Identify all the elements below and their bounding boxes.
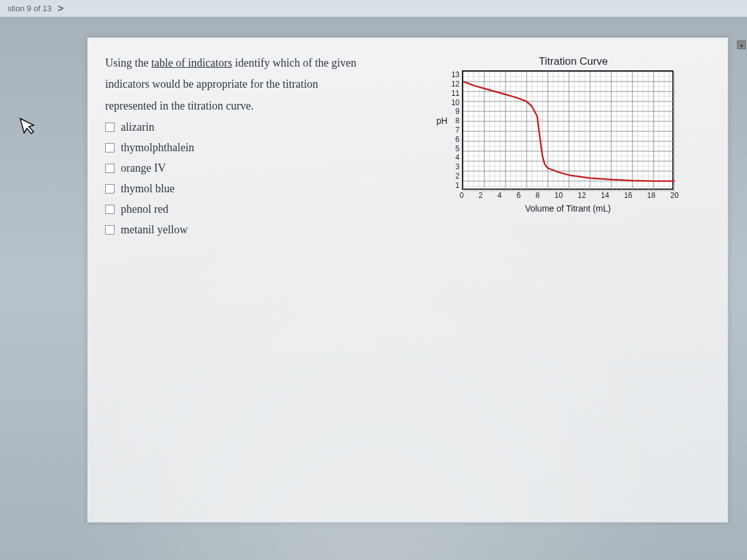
option-checkbox[interactable] bbox=[105, 225, 115, 235]
indicator-table-link[interactable]: table of indicators bbox=[151, 57, 232, 69]
titration-plot bbox=[463, 72, 675, 191]
option-checkbox[interactable] bbox=[105, 143, 115, 152]
y-axis-ticks: 13121110987654321 bbox=[451, 70, 459, 190]
y-tick: 12 bbox=[451, 80, 459, 89]
y-tick: 13 bbox=[451, 70, 459, 80]
answer-options: alizarin thymolphthalein orange IV thymo… bbox=[105, 117, 421, 240]
option-row[interactable]: thymol blue bbox=[105, 179, 421, 199]
option-label: alizarin bbox=[121, 121, 154, 134]
x-tick: 12 bbox=[578, 191, 586, 200]
option-checkbox[interactable] bbox=[105, 184, 115, 194]
y-tick: 3 bbox=[451, 162, 459, 172]
option-row[interactable]: alizarin bbox=[105, 117, 421, 138]
option-row[interactable]: metanil yellow bbox=[105, 220, 421, 240]
option-checkbox[interactable] bbox=[105, 164, 115, 173]
chart-title: Titration Curve bbox=[436, 55, 710, 68]
plot-box: 02468101214161820 Volume of Titrant (mL) bbox=[462, 70, 674, 190]
question-content: Using the table of indicators identify w… bbox=[105, 53, 436, 507]
option-label: orange IV bbox=[121, 162, 166, 175]
next-question-chevron[interactable]: > bbox=[58, 3, 63, 14]
y-tick: 6 bbox=[451, 134, 459, 144]
x-tick: 20 bbox=[670, 191, 679, 200]
option-checkbox[interactable] bbox=[105, 205, 115, 214]
x-axis-label: Volume of Titrant (mL) bbox=[463, 203, 672, 213]
question-panel: Using the table of indicators identify w… bbox=[87, 37, 728, 523]
y-tick: 7 bbox=[451, 126, 459, 135]
x-tick: 10 bbox=[555, 191, 563, 200]
option-label: metanil yellow bbox=[121, 223, 187, 236]
x-tick: 14 bbox=[601, 191, 609, 200]
x-tick: 8 bbox=[535, 191, 540, 200]
x-tick: 6 bbox=[517, 191, 521, 200]
chart-column: Titration Curve pH 13121110987654321 024… bbox=[436, 53, 710, 507]
x-tick: 16 bbox=[624, 191, 632, 200]
prompt-text: identify which of the given bbox=[232, 57, 356, 69]
top-bar: stion 9 of 13 > bbox=[0, 0, 747, 17]
x-tick: 4 bbox=[497, 191, 502, 200]
option-checkbox[interactable] bbox=[105, 123, 115, 132]
y-tick: 2 bbox=[451, 171, 459, 180]
cursor-icon bbox=[19, 113, 41, 142]
prompt-line-1: Using the table of indicators identify w… bbox=[105, 53, 421, 73]
x-tick: 18 bbox=[647, 191, 655, 200]
y-tick: 5 bbox=[451, 144, 459, 153]
y-tick: 10 bbox=[451, 98, 459, 107]
question-counter: stion 9 of 13 bbox=[7, 4, 52, 13]
option-row[interactable]: thymolphthalein bbox=[105, 138, 421, 158]
chart-area: pH 13121110987654321 02468101214161820 V… bbox=[436, 70, 710, 190]
prompt-text: Using the bbox=[105, 57, 151, 69]
y-axis-label: pH bbox=[436, 116, 448, 144]
y-tick: 4 bbox=[451, 153, 459, 162]
x-tick: 2 bbox=[479, 191, 483, 200]
x-tick: 0 bbox=[459, 191, 464, 200]
option-label: thymolphthalein bbox=[121, 141, 194, 154]
option-row[interactable]: orange IV bbox=[105, 158, 421, 179]
x-axis-ticks: 02468101214161820 bbox=[459, 191, 679, 200]
y-tick: 1 bbox=[451, 180, 459, 190]
scroll-up-icon[interactable]: ▴ bbox=[737, 40, 746, 49]
prompt-line-2: indicators would be appropriate for the … bbox=[105, 74, 421, 94]
option-row[interactable]: phenol red bbox=[105, 199, 421, 220]
option-label: thymol blue bbox=[121, 182, 175, 195]
y-tick: 11 bbox=[451, 89, 459, 98]
y-tick: 9 bbox=[451, 107, 459, 116]
option-label: phenol red bbox=[121, 203, 168, 216]
y-tick: 8 bbox=[451, 116, 459, 126]
prompt-line-3: represented in the titration curve. bbox=[105, 96, 421, 116]
